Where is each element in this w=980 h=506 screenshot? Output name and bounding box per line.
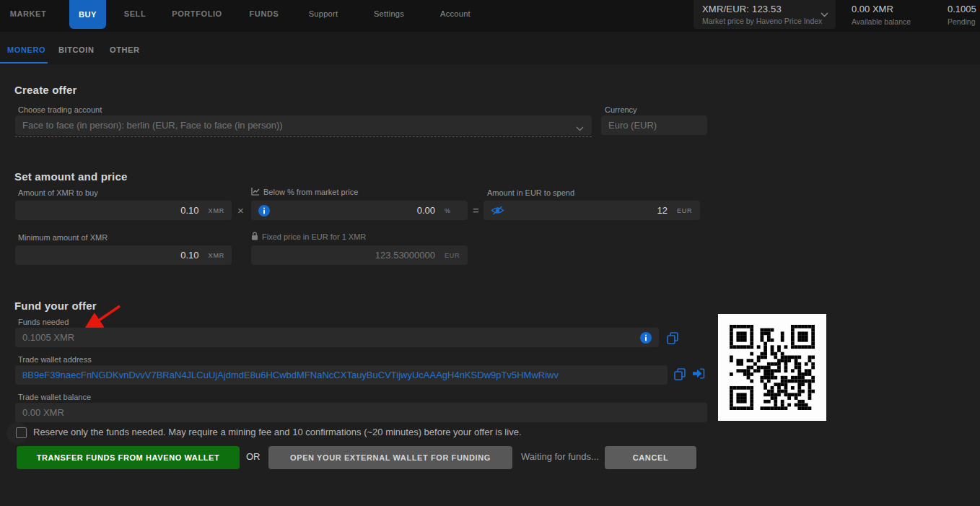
cancel-button[interactable]: CANCEL [605,446,696,469]
eye-slash-icon[interactable] [491,205,504,216]
min-amount-label: Minimum amount of XMR [18,233,108,242]
section-title-amount-price: Set amount and price [14,170,128,183]
wallet-balance-field: 0.00 XMR [15,403,707,422]
nav-buy-label: BUY [79,10,97,19]
external-wallet-button[interactable]: OPEN YOUR EXTERNAL WALLET FOR FUNDING [268,446,512,469]
funds-needed-field: 0.1005 XMR [15,328,659,347]
amount-input[interactable]: 0.10 XMR [15,201,232,220]
wallet-address-label: Trade wallet address [18,355,92,364]
currency-value: Euro (EUR) [608,120,657,131]
info-icon[interactable] [258,205,270,217]
copy-icon[interactable] [667,332,678,344]
min-amount-unit: XMR [209,252,224,259]
or-label: OR [246,451,261,462]
fixed-price-unit: EUR [445,252,460,259]
market-price-pair: XMR/EUR: 123.53 [702,4,828,14]
tab-bitcoin[interactable]: BITCOIN [58,45,94,54]
percent-label-text: Below % from market price [263,188,358,196]
funds-needed-value: 0.1005 XMR [22,332,74,343]
amount-label: Amount of XMR to buy [18,188,98,197]
chevron-down-icon [821,7,828,20]
fixed-price-label: Fixed price in EUR for 1 XMR [251,232,366,242]
spend-input[interactable]: 12 EUR [484,201,700,220]
lock-icon [251,232,258,242]
trading-account-dropdown[interactable]: Face to face (in person): berlin (EUR, F… [15,115,592,135]
wallet-balance-value: 0.00 XMR [22,407,64,418]
nav-item-support[interactable]: Support [309,9,338,18]
nav-item-sell[interactable]: SELL [124,9,146,18]
wallet-balance-label: Trade wallet balance [18,393,91,401]
pending-balance-label: Pending [948,17,976,26]
fixed-price-value: 123.53000000 [375,250,435,261]
copy-icon[interactable] [674,368,686,380]
funding-qr-code [718,314,826,421]
trend-chart-icon [251,187,260,197]
haveno-app-window: MARKET BUY SELL PORTFOLIO FUNDS Support … [0,0,980,506]
available-balance-label: Available balance [852,17,911,26]
market-price-selector[interactable]: XMR/EUR: 123.53 Market price by Haveno P… [694,0,836,29]
fixed-price-input: 123.53000000 EUR [251,245,468,265]
equals-operator: = [473,204,479,217]
wallet-address-field[interactable]: 8B9eF39naecFnNGDKvnDvvV7BRaN4JLCuUjAjdmd… [15,365,668,385]
reserve-funds-checkbox-label: Reserve only the funds needed. May requi… [33,427,522,437]
spend-value: 12 [657,205,668,216]
currency-tabbar: MONERO BITCOIN OTHER [0,32,980,65]
trading-account-value: Face to face (in person): berlin (EUR, F… [22,120,283,131]
wallet-address-value: 8B9eF39naecFnNGDKvnDvvV7BRaN4JLCuUjAjdmd… [22,370,559,380]
nav-item-buy-active[interactable]: BUY [69,0,106,29]
currency-field[interactable]: Euro (EUR) [601,115,707,135]
nav-item-funds[interactable]: FUNDS [250,9,279,18]
currency-label: Currency [605,105,637,114]
available-balance: 0.00 XMR Available balance [852,4,911,26]
qr-code-image [730,325,815,410]
waiting-status-text: Waiting for funds... [521,451,599,462]
nav-item-portfolio[interactable]: PORTFOLIO [172,9,222,18]
nav-item-settings[interactable]: Settings [374,9,404,18]
percent-value: 0.00 [417,205,435,216]
pending-balance-value: 0.1005 [948,4,976,14]
chevron-down-icon [576,123,584,134]
market-price-source: Market price by Haveno Price Index [702,17,828,25]
trading-account-label: Choose trading account [18,105,102,114]
dropdown-underline [15,136,592,137]
pending-balance: 0.1005 Pending [948,4,976,26]
reserve-funds-checkbox[interactable] [16,427,27,438]
tab-active-underline [0,62,48,64]
amount-value: 0.10 [180,205,198,216]
nav-item-market[interactable]: MARKET [10,9,47,18]
nav-item-account[interactable]: Account [440,9,471,18]
percent-input[interactable]: 0.00 % [251,201,468,220]
create-offer-panel: Create offer Choose trading account Face… [0,65,980,506]
transfer-funds-button[interactable]: TRANSFER FUNDS FROM HAVENO WALLET [17,446,240,469]
info-icon[interactable] [640,332,652,344]
percent-label: Below % from market price [251,187,358,197]
spend-unit: EUR [677,207,693,214]
section-title-create-offer: Create offer [14,84,77,96]
available-balance-value: 0.00 XMR [852,4,911,14]
min-amount-value: 0.10 [180,250,198,261]
multiply-operator: × [237,204,244,217]
amount-unit: XMR [209,207,224,214]
tab-monero[interactable]: MONERO [7,45,45,54]
spend-label: Amount in EUR to spend [487,188,574,197]
fixed-price-label-text: Fixed price in EUR for 1 XMR [262,232,366,241]
top-navbar: MARKET BUY SELL PORTFOLIO FUNDS Support … [0,0,980,32]
funds-needed-label: Funds needed [18,318,69,326]
percent-unit: % [445,207,460,214]
min-amount-input[interactable]: 0.10 XMR [15,245,232,265]
tab-other[interactable]: OTHER [110,45,140,54]
open-wallet-sign-in-icon[interactable] [692,368,705,379]
